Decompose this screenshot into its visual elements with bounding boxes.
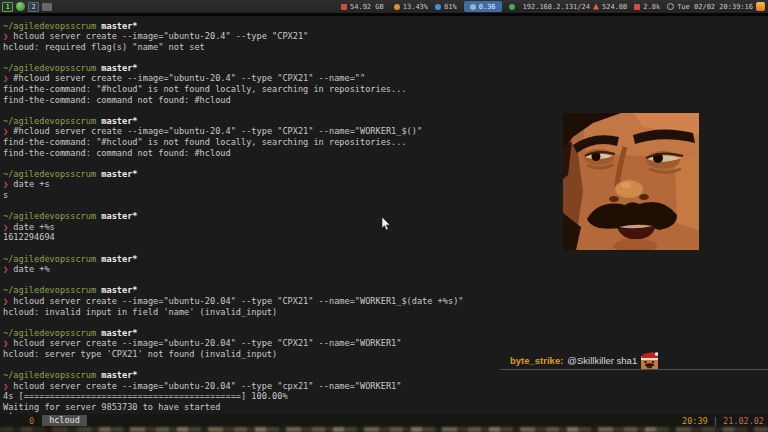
workspace-1[interactable]: 1 — [2, 2, 13, 12]
terminal-line: ❯ hcloud server create --image="ubuntu-2… — [3, 381, 464, 392]
disk-stat: 81% — [435, 3, 457, 11]
top-status-bar: 1 2 54.92 GB13.43%81%0.36192.168.2.131/2… — [0, 0, 768, 13]
tmux-status-bar: 0 hcloud 20:39 | 21.02.02 — [0, 414, 768, 427]
terminal-line — [3, 201, 464, 212]
tmux-clock: 20:39 | 21.02.02 — [682, 416, 768, 426]
terminal-line: ❯ date +%s — [3, 222, 464, 233]
terminal-spinner: . — [8, 406, 13, 414]
terminal-line: ~/agiledevopsscrum master* — [3, 285, 464, 296]
upload-stat: 524.0B — [593, 3, 627, 11]
tray-icon[interactable] — [756, 2, 765, 11]
terminal-line: ~/agiledevopsscrum master* — [3, 211, 464, 222]
workspace-switcher: 1 2 — [0, 2, 52, 12]
terminal-line: 4s [====================================… — [3, 391, 464, 402]
terminal-line: find-the-command: "#hcloud" is not found… — [3, 84, 464, 95]
terminal-line: ~/agiledevopsscrum master* — [3, 328, 464, 339]
terminal-line: hcloud: server type 'CPX21' not found (i… — [3, 349, 464, 360]
mouse-cursor — [381, 217, 391, 231]
stat-label: 192.168.2.131/24 — [523, 3, 590, 11]
load-icon — [470, 4, 476, 10]
disk-icon — [435, 4, 441, 10]
terminal-line: hcloud: invalid input in field 'name' (i… — [3, 307, 464, 318]
chat-message: @Skillkiller sha1 — [567, 355, 637, 366]
tmux-separator: | — [713, 416, 723, 426]
stat-label: 2.8k — [643, 3, 660, 11]
terminal-line — [3, 158, 464, 169]
stat-label: 81% — [444, 3, 457, 11]
chat-username: byte_strike: — [510, 355, 563, 366]
terminal-line — [3, 52, 464, 63]
cpu-stat: 13.43% — [394, 3, 428, 11]
download-icon — [634, 4, 640, 10]
terminal-line — [3, 275, 464, 286]
clock-stat: Tue 02/02 20:39:16 — [667, 3, 753, 11]
terminal-line: ~/agiledevopsscrum master* — [3, 254, 464, 265]
terminal-line — [3, 243, 464, 254]
terminal-line: ~/agiledevopsscrum master* — [3, 63, 464, 74]
terminal-line: 1612294694 — [3, 232, 464, 243]
chat-overlay-border — [500, 369, 768, 370]
workspace-2[interactable]: 2 — [28, 2, 39, 12]
risitas-face-image — [563, 113, 699, 250]
terminal-line: ~/agiledevopsscrum master* — [3, 21, 464, 32]
chat-overlay: byte_strike: @Skillkiller sha1 — [510, 351, 658, 369]
terminal-line: ❯ hcloud server create --image="ubuntu-2… — [3, 31, 464, 42]
network-icon — [509, 4, 515, 10]
tmux-date: 21.02.02 — [723, 416, 764, 426]
memory-stat: 54.92 GB — [341, 3, 384, 11]
upload-icon — [593, 4, 599, 10]
stat-label: 54.92 GB — [350, 3, 384, 11]
terminal-line: ~/agiledevopsscrum master* — [3, 116, 464, 127]
load-stat: 0.36 — [464, 1, 502, 12]
stat-label: 524.0B — [602, 3, 627, 11]
terminal-line: ❯ #hcloud server create --image="ubuntu-… — [3, 73, 464, 84]
risitas-santa-emote-icon — [641, 352, 658, 369]
system-stats: 54.92 GB13.43%81%0.36192.168.2.131/24524… — [341, 1, 768, 12]
app-icon[interactable] — [16, 2, 25, 11]
bottom-blur-strip — [0, 427, 768, 432]
desktop-screen: 1 2 54.92 GB13.43%81%0.36192.168.2.131/2… — [0, 0, 768, 432]
tmux-time: 20:39 — [682, 416, 708, 426]
terminal-line: find-the-command: "#hcloud" is not found… — [3, 137, 464, 148]
terminal-line — [3, 317, 464, 328]
cpu-icon — [394, 4, 400, 10]
terminal-window[interactable]: ~/agiledevopsscrum master*❯ hcloud serve… — [0, 13, 768, 414]
terminal-line: ❯ date +% — [3, 264, 464, 275]
window-icon[interactable] — [42, 3, 52, 11]
stat-label: 13.43% — [403, 3, 428, 11]
terminal-line: Waiting for server 9853730 to have start… — [3, 402, 464, 413]
tmux-window-name[interactable]: hcloud — [42, 415, 87, 426]
terminal-line: ~/agiledevopsscrum master* — [3, 169, 464, 180]
terminal-output: ~/agiledevopsscrum master*❯ hcloud serve… — [3, 21, 464, 413]
terminal-line — [3, 360, 464, 371]
network-stat: 192.168.2.131/24 — [509, 3, 590, 11]
memory-icon — [341, 4, 347, 10]
terminal-line: find-the-command: command not found: #hc… — [3, 148, 464, 159]
clock-icon — [667, 3, 674, 10]
terminal-line: ❯ date +s — [3, 179, 464, 190]
tmux-window-index: 0 — [29, 416, 34, 426]
terminal-line: s — [3, 190, 464, 201]
terminal-line: ❯ hcloud server create --image="ubuntu-2… — [3, 296, 464, 307]
terminal-line: ❯ hcloud server create --image="ubuntu-2… — [3, 338, 464, 349]
terminal-line — [3, 105, 464, 116]
stat-label: Tue 02/02 20:39:16 — [677, 3, 753, 11]
terminal-line: hcloud: required flag(s) "name" not set — [3, 42, 464, 53]
terminal-line: ~/agiledevopsscrum master* — [3, 370, 464, 381]
download-stat: 2.8k — [634, 3, 660, 11]
stat-label: 0.36 — [479, 3, 496, 11]
terminal-line: find-the-command: command not found: #hc… — [3, 95, 464, 106]
terminal-line: ❯ #hcloud server create --image="ubuntu-… — [3, 126, 464, 137]
